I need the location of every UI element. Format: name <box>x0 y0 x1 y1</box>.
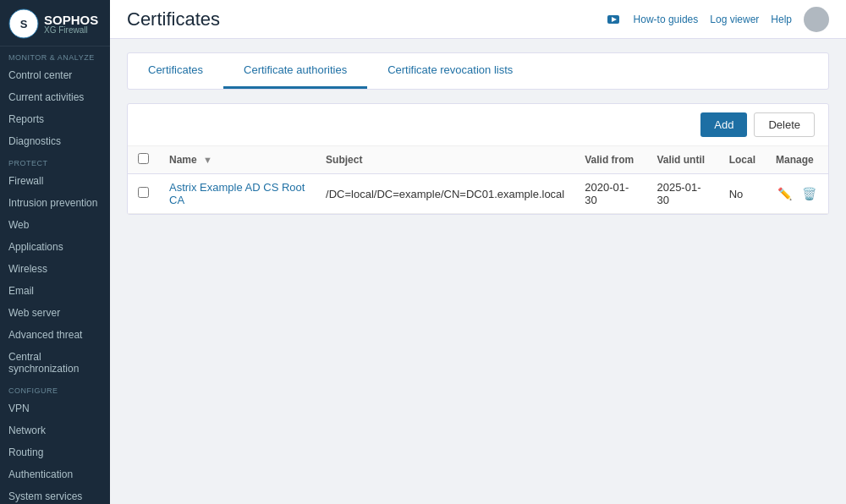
col-header-valid-from: Valid from <box>574 146 646 174</box>
row-checkbox-cell <box>128 174 159 214</box>
sidebar: S SOPHOS XG Firewall MONITOR & ANALYZE C… <box>0 0 110 504</box>
col-header-name: Name ▼ <box>159 146 316 174</box>
table-row: Astrix Example AD CS Root CA /DC=local/D… <box>128 174 828 214</box>
row-name-cell: Astrix Example AD CS Root CA <box>159 174 316 214</box>
page-title: Certificates <box>127 8 220 30</box>
how-to-guides-link[interactable]: How-to guides <box>634 14 699 25</box>
sophos-logo-icon: S <box>8 8 39 39</box>
avatar[interactable] <box>804 7 829 32</box>
table-panel: Add Delete Name ▼ Subject Valid from <box>127 103 829 215</box>
tab-certificate-revocation-lists[interactable]: Certificate revocation lists <box>367 53 533 89</box>
tab-certificate-authorities[interactable]: Certificate authorities <box>223 53 367 89</box>
sidebar-item-control-center[interactable]: Control center <box>0 64 110 86</box>
sidebar-item-authentication[interactable]: Authentication <box>0 463 110 485</box>
sidebar-item-system-services[interactable]: System services <box>0 485 110 504</box>
row-valid-until-cell: 2025-01-30 <box>646 174 718 214</box>
content-area: Certificates Certificate authorities Cer… <box>110 39 846 504</box>
cert-name-link[interactable]: Astrix Example AD CS Root CA <box>169 181 305 206</box>
col-header-subject: Subject <box>316 146 574 174</box>
topbar-links: How-to guides Log viewer Help <box>607 7 829 32</box>
topbar: Certificates How-to guides Log viewer He… <box>110 0 846 39</box>
sidebar-brand: SOPHOS XG Firewall <box>44 13 98 35</box>
table-header-row: Name ▼ Subject Valid from Valid until Lo… <box>128 146 828 174</box>
sidebar-item-applications[interactable]: Applications <box>0 236 110 258</box>
sidebar-item-current-activities[interactable]: Current activities <box>0 86 110 108</box>
table-toolbar: Add Delete <box>128 104 828 146</box>
svg-text:S: S <box>20 18 28 30</box>
row-manage-cell: ✏️ 🗑️ <box>766 174 828 214</box>
section-monitor: MONITOR & ANALYZE <box>0 47 110 64</box>
sidebar-item-web-server[interactable]: Web server <box>0 302 110 324</box>
section-protect: PROTECT <box>0 152 110 170</box>
row-valid-from-cell: 2020-01-30 <box>574 174 646 214</box>
video-icon <box>607 15 619 24</box>
header-checkbox-col <box>128 146 159 174</box>
sidebar-item-web[interactable]: Web <box>0 214 110 236</box>
section-configure: CONFIGURE <box>0 380 110 397</box>
tab-certificates[interactable]: Certificates <box>128 53 223 89</box>
sidebar-item-reports[interactable]: Reports <box>0 108 110 130</box>
main-content: Certificates How-to guides Log viewer He… <box>110 0 846 504</box>
row-checkbox[interactable] <box>138 187 149 198</box>
row-subject-cell: /DC=local/DC=example/CN=DC01.example.loc… <box>316 174 574 214</box>
sidebar-item-diagnostics[interactable]: Diagnostics <box>0 130 110 152</box>
col-header-local: Local <box>719 146 766 174</box>
col-header-valid-until: Valid until <box>646 146 718 174</box>
help-link[interactable]: Help <box>771 14 792 25</box>
edit-icon[interactable]: ✏️ <box>776 185 794 202</box>
add-button[interactable]: Add <box>700 112 747 137</box>
sidebar-item-firewall[interactable]: Firewall <box>0 170 110 192</box>
manage-icons: ✏️ 🗑️ <box>776 185 818 202</box>
tabs-container: Certificates Certificate authorities Cer… <box>127 52 829 90</box>
col-header-manage: Manage <box>766 146 828 174</box>
name-filter-icon[interactable]: ▼ <box>203 155 212 165</box>
row-local-cell: No <box>719 174 766 214</box>
sidebar-item-routing[interactable]: Routing <box>0 441 110 463</box>
delete-button[interactable]: Delete <box>754 112 815 137</box>
sidebar-logo: S SOPHOS XG Firewall <box>0 0 110 47</box>
sidebar-item-advanced-threat[interactable]: Advanced threat <box>0 324 110 346</box>
sidebar-item-wireless[interactable]: Wireless <box>0 258 110 280</box>
select-all-checkbox[interactable] <box>138 153 149 164</box>
sidebar-item-email[interactable]: Email <box>0 280 110 302</box>
certificates-table: Name ▼ Subject Valid from Valid until Lo… <box>128 146 828 214</box>
sidebar-item-central-synchronization[interactable]: Central synchronization <box>0 346 110 380</box>
log-viewer-link[interactable]: Log viewer <box>710 14 759 25</box>
delete-row-icon[interactable]: 🗑️ <box>800 185 818 202</box>
sidebar-item-network[interactable]: Network <box>0 419 110 441</box>
sidebar-item-intrusion-prevention[interactable]: Intrusion prevention <box>0 192 110 214</box>
sidebar-item-vpn[interactable]: VPN <box>0 397 110 419</box>
